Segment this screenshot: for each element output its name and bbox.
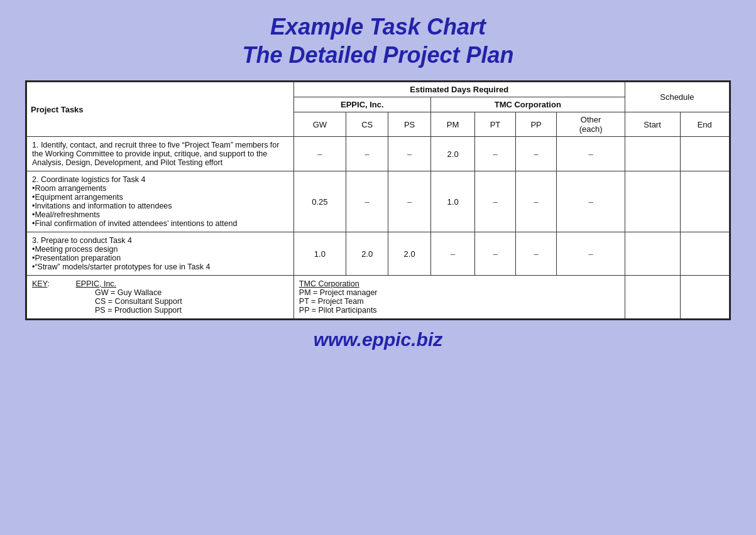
eppic-key-cs: CS = Consultant Support <box>95 297 182 306</box>
eppic-subheader: EPPIC, Inc. <box>293 97 430 112</box>
tmc-subheader: TMC Corporation <box>430 97 625 112</box>
key-eppic-cell: KEY: EPPIC, Inc. GW = Guy Wallace CS = C… <box>27 276 294 319</box>
task-1-gw: – <box>293 137 346 171</box>
key-row: KEY: EPPIC, Inc. GW = Guy Wallace CS = C… <box>27 276 730 319</box>
task-row-2: 2. Coordinate logistics for Task 4•Room … <box>27 171 730 232</box>
page-title: Example Task Chart The Detailed Project … <box>242 13 513 69</box>
task-1-pp: – <box>515 137 557 171</box>
col-gw-header: GW <box>293 112 346 137</box>
key-start-cell <box>625 276 680 319</box>
task-1-ps: – <box>388 137 430 171</box>
task-1-pm: 2.0 <box>430 137 475 171</box>
tmc-key-pm: PM = Project manager <box>299 288 378 297</box>
header-row-1: Project Tasks Estimated Days Required Sc… <box>27 82 730 97</box>
col-ps-header: PS <box>388 112 430 137</box>
project-tasks-header: Project Tasks <box>27 82 294 137</box>
col-pt-header: PT <box>475 112 515 137</box>
task-2-pp: – <box>515 171 557 232</box>
task-chart-table: Project Tasks Estimated Days Required Sc… <box>25 80 731 320</box>
key-label: KEY: EPPIC, Inc. <box>32 279 116 288</box>
task-2-gw: 0.25 <box>293 171 346 232</box>
task-2-ps: – <box>388 171 430 232</box>
task-2-cs: – <box>346 171 388 232</box>
task-1-end <box>680 137 730 171</box>
task-2-start <box>625 171 680 232</box>
task-3-pt: – <box>475 232 515 276</box>
col-cs-header: CS <box>346 112 388 137</box>
task-3-other: – <box>557 232 625 276</box>
footer-url: www.eppic.biz <box>25 329 731 350</box>
task-3-pp: – <box>515 232 557 276</box>
task-3-ps: 2.0 <box>388 232 430 276</box>
task-1-text: 1. Identify, contact, and recruit three … <box>27 137 294 171</box>
tmc-key-pp: PP = Pilot Participants <box>299 306 377 315</box>
task-3-end <box>680 232 730 276</box>
task-3-cs: 2.0 <box>346 232 388 276</box>
key-end-cell <box>680 276 730 319</box>
tmc-key-pt: PT = Project Team <box>299 297 364 306</box>
eppic-key-ps: PS = Production Support <box>95 306 182 315</box>
task-2-pm: 1.0 <box>430 171 475 232</box>
col-pp-header: PP <box>515 112 557 137</box>
task-2-pt: – <box>475 171 515 232</box>
task-2-other: – <box>557 171 625 232</box>
col-pm-header: PM <box>430 112 475 137</box>
col-other-header: Other(each) <box>557 112 625 137</box>
eppic-key-header: EPPIC, Inc. <box>75 279 116 288</box>
task-3-pm: – <box>430 232 475 276</box>
task-row-1: 1. Identify, contact, and recruit three … <box>27 137 730 171</box>
eppic-key-gw: GW = Guy Wallace <box>95 288 162 297</box>
key-tmc-cell: TMC Corporation PM = Project manager PT … <box>293 276 625 319</box>
col-start-header: Start <box>625 112 680 137</box>
estimated-days-header: Estimated Days Required <box>293 82 625 97</box>
task-1-cs: – <box>346 137 388 171</box>
task-3-start <box>625 232 680 276</box>
task-2-text: 2. Coordinate logistics for Task 4•Room … <box>27 171 294 232</box>
task-1-other: – <box>557 137 625 171</box>
task-2-end <box>680 171 730 232</box>
col-end-header: End <box>680 112 730 137</box>
schedule-header: Schedule <box>625 82 729 112</box>
task-1-pt: – <box>475 137 515 171</box>
task-3-gw: 1.0 <box>293 232 346 276</box>
task-1-start <box>625 137 680 171</box>
task-3-text: 3. Prepare to conduct Task 4•Meeting pro… <box>27 232 294 276</box>
task-row-3: 3. Prepare to conduct Task 4•Meeting pro… <box>27 232 730 276</box>
tmc-key-header: TMC Corporation <box>299 279 359 288</box>
